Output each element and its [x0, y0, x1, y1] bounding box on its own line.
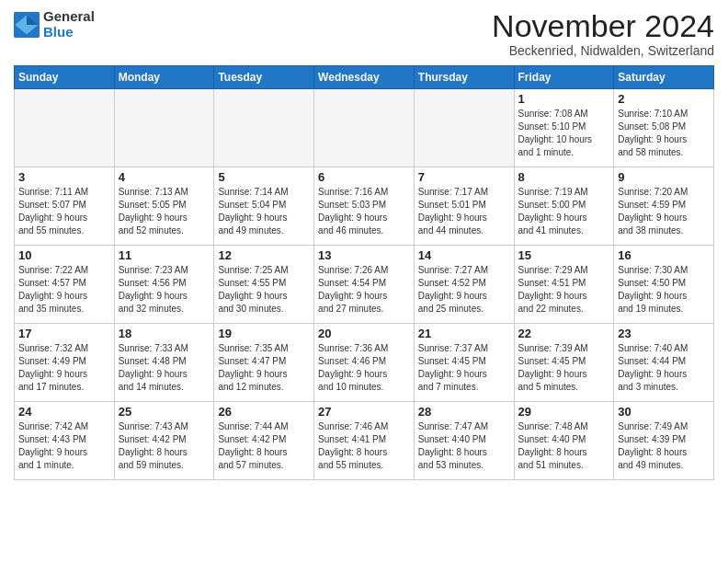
day-number: 22 [518, 327, 610, 340]
calendar-week-row: 17Sunrise: 7:32 AMSunset: 4:49 PMDayligh… [15, 324, 714, 402]
page-header: General Blue November 2024 Beckenried, N… [14, 9, 714, 58]
location-text: Beckenried, Nidwalden, Switzerland [492, 43, 714, 58]
logo: General Blue [14, 9, 95, 40]
day-info: Sunrise: 7:35 AMSunset: 4:47 PMDaylight:… [218, 342, 310, 394]
day-number: 13 [318, 248, 410, 262]
calendar-cell: 1Sunrise: 7:08 AMSunset: 5:10 PMDaylight… [514, 89, 614, 167]
day-info: Sunrise: 7:37 AMSunset: 4:45 PMDaylight:… [418, 342, 510, 394]
day-number: 6 [318, 170, 410, 184]
day-number: 4 [119, 170, 210, 184]
day-info: Sunrise: 7:39 AMSunset: 4:45 PMDaylight:… [518, 342, 610, 394]
calendar-cell: 28Sunrise: 7:47 AMSunset: 4:40 PMDayligh… [414, 402, 514, 480]
calendar-cell: 12Sunrise: 7:25 AMSunset: 4:55 PMDayligh… [214, 246, 314, 324]
calendar-cell: 20Sunrise: 7:36 AMSunset: 4:46 PMDayligh… [314, 324, 415, 402]
day-number: 24 [18, 405, 110, 419]
day-number: 26 [218, 405, 310, 419]
calendar-cell [314, 89, 415, 167]
title-block: November 2024 Beckenried, Nidwalden, Swi… [492, 9, 714, 58]
day-info: Sunrise: 7:19 AMSunset: 5:00 PMDaylight:… [518, 186, 610, 237]
day-info: Sunrise: 7:29 AMSunset: 4:51 PMDaylight:… [518, 264, 610, 316]
day-number: 1 [518, 92, 610, 106]
day-number: 15 [518, 248, 610, 262]
logo-blue-text: Blue [43, 25, 95, 40]
calendar-cell: 13Sunrise: 7:26 AMSunset: 4:54 PMDayligh… [314, 246, 415, 324]
day-info: Sunrise: 7:42 AMSunset: 4:43 PMDaylight:… [18, 420, 110, 472]
day-number: 25 [119, 405, 210, 419]
calendar-cell: 26Sunrise: 7:44 AMSunset: 4:42 PMDayligh… [214, 402, 314, 480]
day-info: Sunrise: 7:40 AMSunset: 4:44 PMDaylight:… [618, 342, 710, 394]
day-info: Sunrise: 7:14 AMSunset: 5:04 PMDaylight:… [218, 186, 310, 237]
calendar-week-row: 10Sunrise: 7:22 AMSunset: 4:57 PMDayligh… [15, 246, 714, 324]
day-number: 29 [518, 405, 610, 419]
day-number: 11 [119, 248, 210, 262]
weekday-header-sunday: Sunday [15, 66, 115, 89]
weekday-header-row: SundayMondayTuesdayWednesdayThursdayFrid… [15, 66, 714, 89]
calendar-cell: 21Sunrise: 7:37 AMSunset: 4:45 PMDayligh… [414, 324, 514, 402]
day-info: Sunrise: 7:27 AMSunset: 4:52 PMDaylight:… [418, 264, 510, 316]
day-info: Sunrise: 7:10 AMSunset: 5:08 PMDaylight:… [618, 108, 710, 159]
calendar-cell: 14Sunrise: 7:27 AMSunset: 4:52 PMDayligh… [414, 246, 514, 324]
day-number: 17 [18, 327, 110, 340]
calendar-cell [114, 89, 214, 167]
day-info: Sunrise: 7:08 AMSunset: 5:10 PMDaylight:… [518, 108, 610, 159]
weekday-header-monday: Monday [114, 66, 214, 89]
day-number: 12 [218, 248, 310, 262]
logo-text: General Blue [43, 9, 95, 40]
calendar-cell: 2Sunrise: 7:10 AMSunset: 5:08 PMDaylight… [614, 89, 714, 167]
month-title: November 2024 [492, 9, 714, 43]
calendar-cell: 25Sunrise: 7:43 AMSunset: 4:42 PMDayligh… [114, 402, 214, 480]
day-info: Sunrise: 7:46 AMSunset: 4:41 PMDaylight:… [318, 420, 410, 472]
calendar-cell: 24Sunrise: 7:42 AMSunset: 4:43 PMDayligh… [15, 402, 115, 480]
calendar-cell: 23Sunrise: 7:40 AMSunset: 4:44 PMDayligh… [614, 324, 714, 402]
day-info: Sunrise: 7:49 AMSunset: 4:39 PMDaylight:… [618, 420, 710, 472]
day-info: Sunrise: 7:43 AMSunset: 4:42 PMDaylight:… [119, 420, 210, 472]
calendar-cell: 29Sunrise: 7:48 AMSunset: 4:40 PMDayligh… [514, 402, 614, 480]
day-number: 21 [418, 327, 510, 340]
calendar-cell [214, 89, 314, 167]
day-info: Sunrise: 7:23 AMSunset: 4:56 PMDaylight:… [119, 264, 210, 316]
weekday-header-wednesday: Wednesday [314, 66, 415, 89]
weekday-header-tuesday: Tuesday [214, 66, 314, 89]
day-number: 3 [18, 170, 110, 184]
day-number: 30 [618, 405, 710, 419]
calendar-cell: 17Sunrise: 7:32 AMSunset: 4:49 PMDayligh… [15, 324, 115, 402]
weekday-header-saturday: Saturday [614, 66, 714, 89]
calendar-cell [414, 89, 514, 167]
day-number: 10 [18, 248, 110, 262]
calendar-cell: 10Sunrise: 7:22 AMSunset: 4:57 PMDayligh… [15, 246, 115, 324]
calendar-cell: 3Sunrise: 7:11 AMSunset: 5:07 PMDaylight… [15, 167, 115, 246]
logo-general-text: General [43, 9, 95, 25]
day-info: Sunrise: 7:30 AMSunset: 4:50 PMDaylight:… [618, 264, 710, 316]
calendar-cell: 6Sunrise: 7:16 AMSunset: 5:03 PMDaylight… [314, 167, 415, 246]
day-number: 28 [418, 405, 510, 419]
day-number: 16 [618, 248, 710, 262]
day-info: Sunrise: 7:48 AMSunset: 4:40 PMDaylight:… [518, 420, 610, 472]
calendar-cell: 11Sunrise: 7:23 AMSunset: 4:56 PMDayligh… [114, 246, 214, 324]
calendar-cell: 9Sunrise: 7:20 AMSunset: 4:59 PMDaylight… [614, 167, 714, 246]
calendar-cell: 30Sunrise: 7:49 AMSunset: 4:39 PMDayligh… [614, 402, 714, 480]
day-number: 9 [618, 170, 710, 184]
day-info: Sunrise: 7:32 AMSunset: 4:49 PMDaylight:… [18, 342, 110, 394]
day-info: Sunrise: 7:13 AMSunset: 5:05 PMDaylight:… [119, 186, 210, 237]
day-number: 23 [618, 327, 710, 340]
calendar-cell: 15Sunrise: 7:29 AMSunset: 4:51 PMDayligh… [514, 246, 614, 324]
day-number: 14 [418, 248, 510, 262]
calendar-cell: 19Sunrise: 7:35 AMSunset: 4:47 PMDayligh… [214, 324, 314, 402]
calendar-week-row: 1Sunrise: 7:08 AMSunset: 5:10 PMDaylight… [15, 89, 714, 167]
day-info: Sunrise: 7:22 AMSunset: 4:57 PMDaylight:… [18, 264, 110, 316]
day-number: 27 [318, 405, 410, 419]
calendar-table: SundayMondayTuesdayWednesdayThursdayFrid… [14, 65, 714, 480]
calendar-week-row: 3Sunrise: 7:11 AMSunset: 5:07 PMDaylight… [15, 167, 714, 246]
calendar-cell: 4Sunrise: 7:13 AMSunset: 5:05 PMDaylight… [114, 167, 214, 246]
day-number: 5 [218, 170, 310, 184]
day-info: Sunrise: 7:25 AMSunset: 4:55 PMDaylight:… [218, 264, 310, 316]
day-number: 19 [218, 327, 310, 340]
day-info: Sunrise: 7:33 AMSunset: 4:48 PMDaylight:… [119, 342, 210, 394]
calendar-cell [15, 89, 115, 167]
day-number: 8 [518, 170, 610, 184]
calendar-cell: 18Sunrise: 7:33 AMSunset: 4:48 PMDayligh… [114, 324, 214, 402]
day-info: Sunrise: 7:20 AMSunset: 4:59 PMDaylight:… [618, 186, 710, 237]
day-info: Sunrise: 7:11 AMSunset: 5:07 PMDaylight:… [18, 186, 110, 237]
day-number: 20 [318, 327, 410, 340]
calendar-cell: 8Sunrise: 7:19 AMSunset: 5:00 PMDaylight… [514, 167, 614, 246]
